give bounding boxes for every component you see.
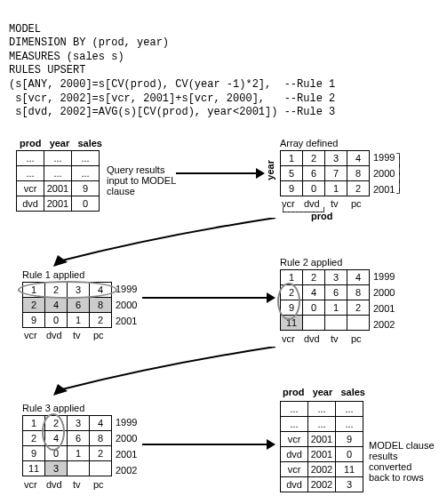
header-prod: prod xyxy=(20,138,41,148)
prod-label: tv xyxy=(73,330,81,340)
header-sales: sales xyxy=(340,387,365,397)
year-label: 2001 xyxy=(373,184,395,195)
year-label: 2000 xyxy=(373,168,395,179)
rule3-title: Rule 3 applied xyxy=(22,403,84,413)
code-line: DIMENSION BY (prod, year) xyxy=(9,36,169,49)
prod-label: pc xyxy=(351,333,362,344)
svg-marker-7 xyxy=(267,439,275,450)
rule2-table: 1234 2468 9012 11 xyxy=(280,269,370,331)
year-label: 2000 xyxy=(116,433,137,444)
year-label: 1999 xyxy=(373,152,395,163)
diagram-stage: prod year sales ......... ......... vcr2… xyxy=(9,138,438,504)
code-line: s[dvd, 2002]=AVG(s)[CV(prod), year<2001]… xyxy=(9,106,335,118)
svg-marker-4 xyxy=(267,292,275,303)
year-label: 2000 xyxy=(373,287,395,298)
year-label: 2001 xyxy=(373,303,395,314)
input-caption: Query results input to MODEL clause xyxy=(107,164,176,196)
svg-marker-1 xyxy=(256,168,265,179)
arrow-curve-icon xyxy=(53,218,284,271)
code-line: RULES UPSERT xyxy=(9,64,85,76)
arrow-curve-icon xyxy=(53,347,284,400)
code-line: MODEL xyxy=(9,23,41,36)
code-line: s[vcr, 2002]=s[vcr, 2001]+s[vcr, 2000], … xyxy=(9,92,335,105)
arrow-right-icon xyxy=(142,436,275,453)
arrow-right-icon xyxy=(176,164,265,182)
year-label: 1999 xyxy=(116,417,137,428)
prod-label: dvd xyxy=(46,330,62,340)
year-label: 2001 xyxy=(116,316,137,326)
code-line: (s[ANY, 2000]=s[CV(prod), CV(year -1)*2]… xyxy=(9,78,335,91)
output-table: ......... ......... vcr20019 dvd20010 vc… xyxy=(280,401,363,492)
year-label: 2002 xyxy=(116,465,137,476)
prod-label: vcr xyxy=(282,333,295,344)
header-year: year xyxy=(50,138,70,148)
rule1-table: 1234 2468 9012 xyxy=(22,282,112,328)
output-caption: MODEL clause results converted back to r… xyxy=(369,440,435,483)
input-table: ......... ......... vcr20019 dvd20010 xyxy=(16,150,100,212)
row-axis-label: year xyxy=(265,160,275,180)
arrow-right-icon xyxy=(142,289,275,307)
prod-label: dvd xyxy=(46,479,62,490)
header-year: year xyxy=(313,387,333,397)
prod-label: vcr xyxy=(24,330,37,340)
prod-label: tv xyxy=(331,198,339,209)
prod-label: tv xyxy=(331,333,339,344)
prod-label: pc xyxy=(93,330,104,340)
year-label: 1999 xyxy=(373,271,395,282)
array-title: Array defined xyxy=(280,138,338,148)
year-label: 2000 xyxy=(116,300,137,310)
prod-label: pc xyxy=(351,198,362,209)
rule1-title: Rule 1 applied xyxy=(22,269,84,280)
svg-marker-5 xyxy=(53,384,68,396)
header-prod: prod xyxy=(283,387,304,397)
array-table: 1234 5678 9012 xyxy=(280,150,370,196)
svg-marker-2 xyxy=(53,255,68,267)
year-label: 1999 xyxy=(116,284,137,294)
prod-label: pc xyxy=(93,479,104,490)
rule2-title: Rule 2 applied xyxy=(280,257,342,268)
header-sales: sales xyxy=(77,138,102,148)
year-label: 2002 xyxy=(373,319,395,330)
year-label: 2001 xyxy=(116,449,137,460)
sql-code-block: MODEL DIMENSION BY (prod, year) MEASURES… xyxy=(9,9,438,120)
code-line: MEASURES (sales s) xyxy=(9,51,124,63)
prod-label: dvd xyxy=(304,333,320,344)
rule3-table: 1234 2468 9012 113 xyxy=(22,415,112,476)
prod-label: tv xyxy=(73,479,81,490)
prod-label: vcr xyxy=(24,479,37,490)
